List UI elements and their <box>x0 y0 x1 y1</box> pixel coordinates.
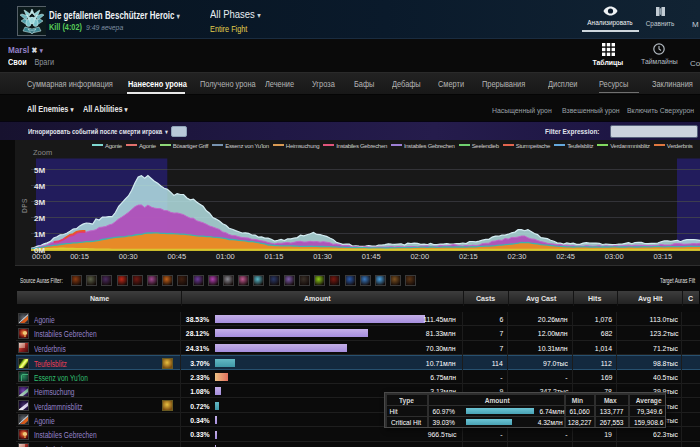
svg-text:01:30: 01:30 <box>313 252 332 261</box>
svg-text:02:45: 02:45 <box>556 252 575 261</box>
svg-text:02:15: 02:15 <box>459 252 478 261</box>
svg-text:01:15: 01:15 <box>265 252 284 261</box>
svg-text:02:00: 02:00 <box>410 252 429 261</box>
svg-text:1M: 1M <box>34 230 45 239</box>
svg-text:5M: 5M <box>34 166 45 175</box>
svg-text:2M: 2M <box>34 214 45 223</box>
svg-text:01:00: 01:00 <box>216 252 235 261</box>
svg-text:03:15: 03:15 <box>653 252 672 261</box>
svg-text:02:30: 02:30 <box>508 252 527 261</box>
svg-text:03:00: 03:00 <box>605 252 624 261</box>
svg-text:4M: 4M <box>34 182 45 191</box>
svg-text:00:30: 00:30 <box>119 252 138 261</box>
svg-text:00:00: 00:00 <box>32 252 51 261</box>
svg-text:00:45: 00:45 <box>167 252 186 261</box>
svg-text:3M: 3M <box>34 198 45 207</box>
svg-text:01:45: 01:45 <box>362 252 381 261</box>
svg-text:00:15: 00:15 <box>70 252 89 261</box>
